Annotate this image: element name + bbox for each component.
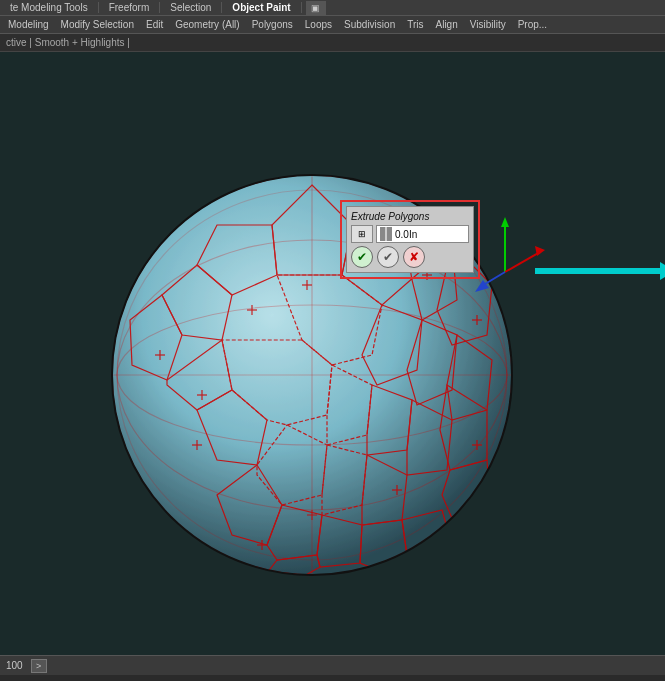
zoom-value: 100 [6, 660, 23, 671]
extrude-popup: Extrude Polygons ⊞ 0.0In ✔ ✔ ✘ [340, 200, 480, 279]
viewport[interactable]: Extrude Polygons ⊞ 0.0In ✔ ✔ ✘ [0, 52, 665, 655]
menu-modeling[interactable]: Modeling [2, 18, 55, 31]
menu-bar: Modeling Modify Selection Edit Geometry … [0, 16, 665, 34]
menu-loops[interactable]: Loops [299, 18, 338, 31]
title-segment-modeling: te Modeling Tools [0, 2, 99, 13]
cyan-arrow [535, 262, 655, 276]
title-segment-objectpaint[interactable]: Object Paint [222, 2, 301, 13]
status-arrow-btn[interactable]: > [31, 659, 47, 673]
menu-align[interactable]: Align [430, 18, 464, 31]
title-icon: ▣ [306, 1, 326, 15]
menu-tris[interactable]: Tris [401, 18, 429, 31]
title-bar: te Modeling Tools Freeform Selection Obj… [0, 0, 665, 16]
viewport-bar: ctive | Smooth + Highlights | [0, 34, 665, 52]
popup-value: 0.0In [395, 229, 417, 240]
svg-marker-40 [660, 262, 665, 280]
menu-prop[interactable]: Prop... [512, 18, 553, 31]
popup-buttons: ✔ ✔ ✘ [351, 246, 469, 268]
menu-visibility[interactable]: Visibility [464, 18, 512, 31]
title-segment-selection[interactable]: Selection [160, 2, 222, 13]
menu-geometry[interactable]: Geometry (All) [169, 18, 245, 31]
cancel-button[interactable]: ✘ [403, 246, 425, 268]
menu-edit[interactable]: Edit [140, 18, 169, 31]
menu-polygons[interactable]: Polygons [246, 18, 299, 31]
popup-inner: Extrude Polygons ⊞ 0.0In ✔ ✔ ✘ [346, 206, 474, 273]
popup-controls-row: ⊞ 0.0In [351, 225, 469, 243]
viewport-label: ctive | Smooth + Highlights | [6, 37, 130, 48]
apply-button[interactable]: ✔ [377, 246, 399, 268]
popup-icon-btn[interactable]: ⊞ [351, 225, 373, 243]
svg-marker-34 [501, 217, 509, 227]
menu-subdivision[interactable]: Subdivision [338, 18, 401, 31]
ok-button[interactable]: ✔ [351, 246, 373, 268]
popup-input-container[interactable]: 0.0In [376, 225, 469, 243]
popup-title: Extrude Polygons [351, 211, 469, 222]
title-segment-freeform[interactable]: Freeform [99, 2, 161, 13]
slider-icon [380, 227, 392, 241]
status-bar: 100 > [0, 655, 665, 675]
menu-modify-selection[interactable]: Modify Selection [55, 18, 140, 31]
